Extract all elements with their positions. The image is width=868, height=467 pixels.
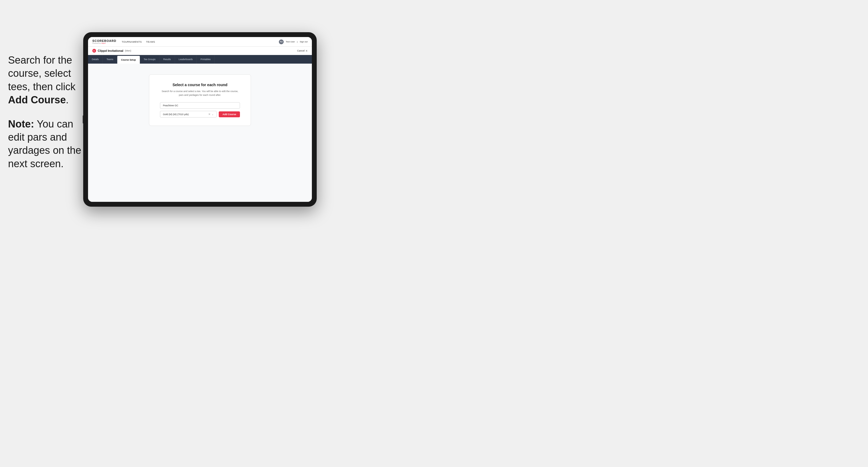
tablet-device: SCOREBOARD Powered by clippd TOURNAMENTS… (83, 32, 317, 207)
nav-left: SCOREBOARD Powered by clippd TOURNAMENTS… (92, 39, 155, 44)
nav-tournaments[interactable]: TOURNAMENTS (122, 40, 142, 43)
course-search-input[interactable] (160, 102, 240, 109)
cancel-x-icon: ✕ (305, 50, 308, 52)
tee-select-row: Gold (M) (M) (7010 yds) ✕ ⌄ Add Course (160, 111, 240, 118)
add-course-button[interactable]: Add Course (219, 112, 240, 117)
tab-results[interactable]: Results (159, 55, 175, 64)
tablet-screen: SCOREBOARD Powered by clippd TOURNAMENTS… (88, 37, 312, 202)
course-selection-card: Select a course for each round Search fo… (149, 74, 251, 126)
annotation-text: Search for the course, select tees, then… (8, 54, 83, 107)
clear-icon[interactable]: ✕ (208, 113, 210, 116)
chevron-down-icon: ⌄ (212, 113, 214, 116)
annotation-note: Note: You can edit pars and yardages on … (8, 118, 83, 171)
cancel-button[interactable]: Cancel ✕ (297, 50, 308, 52)
user-name: Test User (286, 40, 295, 43)
tournament-title-area: C Clippd Invitational (Men) (92, 49, 131, 53)
tab-tee-groups[interactable]: Tee Groups (140, 55, 159, 64)
tab-details[interactable]: Details (88, 55, 103, 64)
tournament-header: C Clippd Invitational (Men) Cancel ✕ (88, 47, 312, 55)
tournament-logo: C (92, 49, 96, 53)
tab-leaderboards[interactable]: Leaderboards (175, 55, 197, 64)
tee-controls: ✕ ⌄ (208, 113, 214, 116)
tab-printables[interactable]: Printables (197, 55, 215, 64)
card-description: Search for a course and select a tee. Yo… (160, 90, 240, 97)
tournament-format: (Men) (125, 50, 131, 52)
annotation-area: Search for the course, select tees, then… (8, 54, 83, 170)
nav-teams[interactable]: TEAMS (146, 40, 155, 43)
logo-text: SCOREBOARD (92, 39, 116, 42)
main-content: Select a course for each round Search fo… (88, 64, 312, 202)
add-course-bold: Add Course (8, 94, 66, 105)
card-title: Select a course for each round (160, 83, 240, 87)
tee-select-value: Gold (M) (M) (7010 yds) (163, 113, 189, 116)
tab-course-setup[interactable]: Course Setup (117, 56, 140, 64)
tournament-name: Clippd Invitational (98, 49, 123, 52)
nav-links: TOURNAMENTS TEAMS (122, 40, 155, 43)
tee-select-dropdown[interactable]: Gold (M) (M) (7010 yds) ✕ ⌄ (160, 111, 217, 118)
tab-bar: Details Teams Course Setup Tee Groups Re… (88, 55, 312, 64)
tab-teams[interactable]: Teams (103, 55, 117, 64)
user-avatar: TU (279, 39, 284, 44)
top-navigation: SCOREBOARD Powered by clippd TOURNAMENTS… (88, 37, 312, 47)
nav-separator: | (297, 40, 298, 43)
logo-subtitle: Powered by clippd (92, 42, 116, 44)
logo-area: SCOREBOARD Powered by clippd (92, 39, 116, 44)
sign-out-link[interactable]: Sign out (300, 40, 308, 43)
nav-right: TU Test User | Sign out (279, 39, 308, 44)
